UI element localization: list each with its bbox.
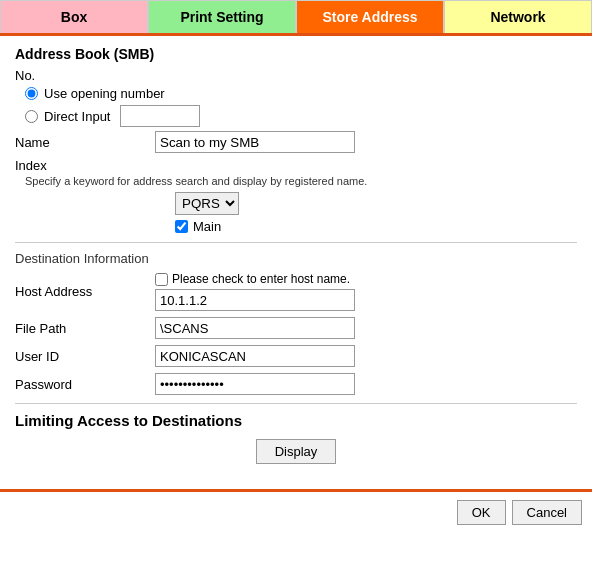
direct-input-label: Direct Input xyxy=(44,109,110,124)
tab-print-setting[interactable]: Print Setting xyxy=(148,0,296,33)
tab-bar: Box Print Setting Store Address Network xyxy=(0,0,592,36)
bottom-divider xyxy=(0,489,592,492)
direct-input-row: Direct Input xyxy=(25,105,577,127)
destination-info-section: Destination Information Host Address Ple… xyxy=(15,251,577,395)
file-path-row: File Path xyxy=(15,317,577,339)
tab-store-address[interactable]: Store Address xyxy=(296,0,444,33)
use-opening-number-radio[interactable] xyxy=(25,87,38,100)
use-opening-number-row: Use opening number xyxy=(25,86,577,101)
password-input[interactable] xyxy=(155,373,355,395)
index-label: Index xyxy=(15,158,577,173)
no-label: No. xyxy=(15,68,577,83)
host-address-row: Host Address Please check to enter host … xyxy=(15,272,577,311)
ok-cancel-row: OK Cancel xyxy=(0,500,592,535)
main-content: Address Book (SMB) No. Use opening numbe… xyxy=(0,36,592,489)
index-note: Specify a keyword for address search and… xyxy=(25,175,577,187)
host-address-label: Host Address xyxy=(15,284,155,299)
section-divider-1 xyxy=(15,242,577,243)
host-address-input[interactable] xyxy=(155,289,355,311)
file-path-label: File Path xyxy=(15,321,155,336)
direct-input-field[interactable] xyxy=(120,105,200,127)
direct-input-radio[interactable] xyxy=(25,110,38,123)
name-input[interactable] xyxy=(155,131,355,153)
host-address-container: Please check to enter host name. xyxy=(155,272,355,311)
limiting-access-title: Limiting Access to Destinations xyxy=(15,412,577,429)
host-check-label: Please check to enter host name. xyxy=(172,272,350,286)
host-check-row: Please check to enter host name. xyxy=(155,272,355,286)
address-book-title: Address Book (SMB) xyxy=(15,46,577,62)
name-row: Name xyxy=(15,131,577,153)
pqrs-select[interactable]: PQRS xyxy=(175,192,239,215)
file-path-input[interactable] xyxy=(155,317,355,339)
user-id-row: User ID xyxy=(15,345,577,367)
destination-info-title: Destination Information xyxy=(15,251,577,266)
tab-box[interactable]: Box xyxy=(0,0,148,33)
password-label: Password xyxy=(15,377,155,392)
name-label: Name xyxy=(15,135,155,150)
user-id-label: User ID xyxy=(15,349,155,364)
user-id-input[interactable] xyxy=(155,345,355,367)
main-checkbox-row: Main xyxy=(175,219,577,234)
use-opening-number-label: Use opening number xyxy=(44,86,165,101)
tab-network[interactable]: Network xyxy=(444,0,592,33)
section-divider-2 xyxy=(15,403,577,404)
main-label: Main xyxy=(193,219,221,234)
host-name-checkbox[interactable] xyxy=(155,273,168,286)
display-button[interactable]: Display xyxy=(256,439,337,464)
cancel-button[interactable]: Cancel xyxy=(512,500,582,525)
ok-button[interactable]: OK xyxy=(457,500,506,525)
main-checkbox[interactable] xyxy=(175,220,188,233)
password-row: Password xyxy=(15,373,577,395)
display-btn-row: Display xyxy=(15,439,577,464)
index-dropdown-row: PQRS xyxy=(175,192,577,215)
